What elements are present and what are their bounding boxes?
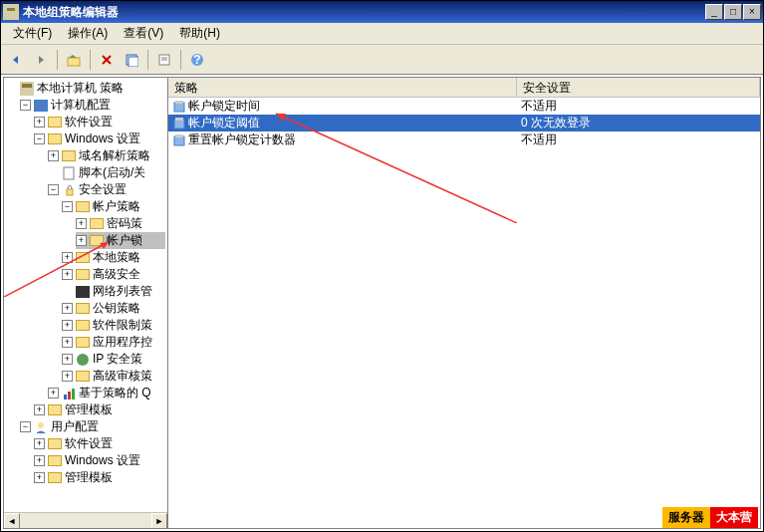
folder-icon	[47, 471, 63, 485]
tree-ip-security[interactable]: +IP 安全策	[62, 351, 165, 368]
back-button[interactable]	[5, 49, 27, 71]
tree-lockout-policy[interactable]: +帐户锁	[76, 232, 165, 249]
collapse-icon[interactable]: −	[62, 201, 73, 212]
svg-rect-24	[174, 103, 184, 112]
expand-icon[interactable]: +	[62, 252, 73, 263]
tree-public-key[interactable]: +公钥策略	[62, 300, 165, 317]
watermark-part1: 服务器	[662, 507, 710, 528]
tree-label: 管理模板	[65, 469, 113, 486]
expand-icon[interactable]: +	[62, 371, 73, 382]
tree-network-list[interactable]: 网络列表管	[62, 283, 165, 300]
toolbar-separator	[147, 50, 148, 70]
tree-password-policy[interactable]: +密码策	[76, 215, 165, 232]
up-button[interactable]	[63, 49, 85, 71]
tree-scripts[interactable]: 脚本(启动/关	[48, 164, 165, 181]
menu-view[interactable]: 查看(V)	[116, 23, 171, 44]
close-button[interactable]: ×	[743, 4, 761, 20]
tree-security-settings[interactable]: −安全设置	[48, 181, 165, 198]
expand-icon[interactable]: +	[76, 218, 87, 229]
collapse-icon[interactable]: −	[48, 184, 59, 195]
list-body[interactable]: 帐户锁定时间不适用帐户锁定阈值0 次无效登录重置帐户锁定计数器不适用	[168, 98, 760, 528]
tree-user-config[interactable]: −用户配置	[20, 418, 165, 435]
folder-icon	[75, 370, 91, 384]
tree-label: 应用程序控	[93, 334, 152, 351]
expand-icon[interactable]: +	[34, 404, 45, 415]
tree-root[interactable]: 本地计算机 策略	[6, 80, 165, 97]
svg-rect-15	[67, 189, 73, 195]
minimize-button[interactable]: _	[705, 4, 723, 20]
folder-icon	[75, 285, 91, 299]
expand-icon[interactable]: +	[62, 354, 73, 365]
tree-account-policy[interactable]: −帐户策略	[62, 198, 165, 215]
tree-dns-policy[interactable]: +域名解析策略	[48, 147, 165, 164]
folder-icon	[47, 437, 63, 451]
tree-label: Windows 设置	[65, 131, 140, 147]
tree-computer-config[interactable]: − 计算机配置	[20, 97, 165, 114]
expand-icon[interactable]: +	[48, 388, 59, 399]
properties-button[interactable]	[153, 49, 175, 71]
toolbar: ?	[1, 45, 763, 75]
refresh-button[interactable]	[121, 49, 142, 71]
list-row[interactable]: 帐户锁定时间不适用	[168, 98, 760, 115]
column-security[interactable]: 安全设置	[517, 78, 760, 97]
delete-button[interactable]	[96, 49, 118, 71]
tree-advanced-security[interactable]: +高级安全	[62, 266, 165, 283]
maximize-button[interactable]: □	[724, 4, 742, 20]
tree-software-restrict[interactable]: +软件限制策	[62, 317, 165, 334]
expand-icon[interactable]: +	[62, 303, 73, 314]
tree-label: 脚本(启动/关	[79, 164, 145, 181]
tree-scrollbar[interactable]: ◄ ►	[4, 512, 167, 528]
menubar: 文件(F) 操作(A) 查看(V) 帮助(H)	[1, 23, 763, 45]
tree-windows-settings[interactable]: − Windows 设置	[34, 131, 165, 147]
svg-rect-18	[64, 395, 67, 399]
menu-help[interactable]: 帮助(H)	[171, 23, 228, 44]
scroll-left-icon[interactable]: ◄	[4, 513, 20, 528]
tree-advanced-audit[interactable]: +高级审核策	[62, 368, 165, 385]
expand-icon[interactable]: +	[62, 337, 73, 348]
chart-icon	[61, 387, 77, 400]
tree-software-settings[interactable]: + 软件设置	[34, 114, 165, 131]
list-row[interactable]: 帐户锁定阈值0 次无效登录	[168, 115, 760, 132]
collapse-icon[interactable]: −	[20, 421, 31, 432]
expand-icon[interactable]: +	[34, 438, 45, 449]
collapse-icon[interactable]: −	[20, 100, 31, 111]
expand-icon[interactable]: +	[34, 455, 45, 466]
scroll-track[interactable]	[20, 513, 151, 528]
folder-icon	[47, 454, 63, 468]
list-row[interactable]: 重置帐户锁定计数器不适用	[168, 132, 760, 148]
expand-icon[interactable]: +	[62, 320, 73, 331]
tree-admin-templates[interactable]: +管理模板	[34, 401, 165, 418]
tree-local-policy[interactable]: +本地策略	[62, 249, 165, 266]
tree-app-control[interactable]: +应用程序控	[62, 334, 165, 351]
tree-policy-based-q[interactable]: +基于策略的 Q	[48, 385, 165, 401]
collapse-icon[interactable]: −	[34, 133, 45, 144]
tree-label: 基于策略的 Q	[79, 385, 151, 401]
svg-rect-29	[175, 134, 183, 137]
expand-icon[interactable]: +	[34, 117, 45, 128]
window-title: 本地组策略编辑器	[23, 4, 704, 21]
menu-action[interactable]: 操作(A)	[60, 23, 116, 44]
content-area: 本地计算机 策略 − 计算机配置 + 软件设置	[3, 77, 761, 529]
expand-icon[interactable]: +	[34, 472, 45, 483]
expand-icon[interactable]: +	[48, 150, 59, 161]
tree-pane[interactable]: 本地计算机 策略 − 计算机配置 + 软件设置	[4, 78, 168, 528]
tree-u-software[interactable]: +软件设置	[34, 435, 165, 452]
column-policy[interactable]: 策略	[168, 78, 517, 97]
list-pane: 策略 安全设置 帐户锁定时间不适用帐户锁定阈值0 次无效登录重置帐户锁定计数器不…	[168, 78, 760, 528]
svg-rect-25	[175, 101, 183, 104]
menu-file[interactable]: 文件(F)	[5, 23, 60, 44]
forward-button[interactable]	[30, 49, 52, 71]
expand-icon[interactable]: +	[62, 269, 73, 280]
help-button[interactable]: ?	[186, 49, 208, 71]
list-header: 策略 安全设置	[168, 78, 760, 98]
script-icon	[61, 166, 77, 180]
folder-icon	[47, 403, 63, 417]
scroll-right-icon[interactable]: ►	[151, 513, 167, 528]
tree-u-admin[interactable]: +管理模板	[34, 469, 165, 486]
list-cell-name: 重置帐户锁定计数器	[168, 132, 517, 148]
tree-u-windows[interactable]: +Windows 设置	[34, 452, 165, 469]
expand-icon[interactable]: +	[76, 235, 87, 246]
tree-label: 公钥策略	[93, 300, 140, 317]
policy-item-icon	[172, 133, 186, 147]
svg-rect-0	[5, 6, 17, 18]
